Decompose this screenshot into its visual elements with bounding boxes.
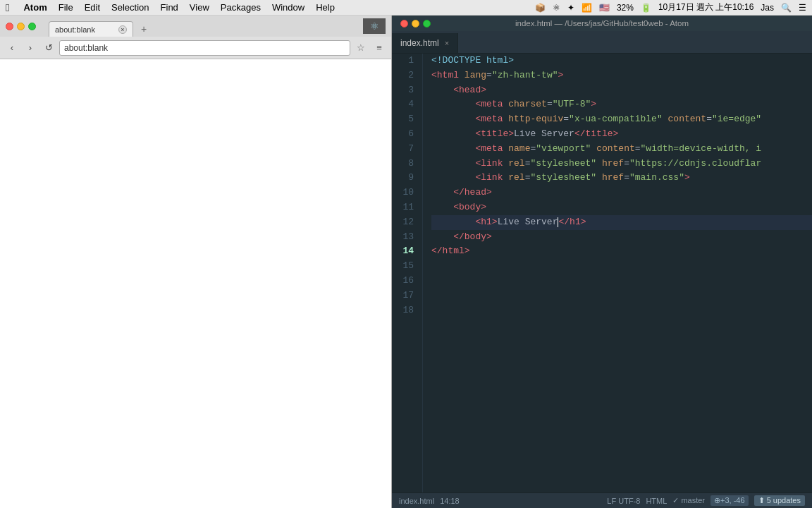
atom-titlebar: index.html — /Users/jas/GitHub/test0web … <box>392 16 812 31</box>
code-area: 1 2 3 4 5 6 7 8 9 10 11 12 13 14 15 16 1 <box>392 54 812 492</box>
search-icon[interactable]: 🔍 <box>781 3 792 13</box>
browser-titlebar: about:blank × + ⚛ <box>0 16 391 37</box>
address-bar[interactable]: about:blank <box>59 40 350 56</box>
line-num-15: 15 <box>392 259 417 274</box>
line-num-5: 5 <box>392 112 417 127</box>
browser-maximize-button[interactable] <box>28 23 36 30</box>
line-num-2: 2 <box>392 68 417 83</box>
battery-icon: 🔋 <box>641 3 651 13</box>
flag-icon: 🇺🇸 <box>599 3 610 13</box>
wifi-icon: 📶 <box>582 3 592 13</box>
atom-minimize-button[interactable] <box>412 20 419 28</box>
browser-minimize-button[interactable] <box>17 23 25 30</box>
line-num-1: 1 <box>392 54 417 68</box>
status-diff[interactable]: ⊕+3, -46 <box>710 495 749 506</box>
refresh-button[interactable]: ↺ <box>41 40 56 56</box>
menu-find[interactable]: Find <box>161 2 178 13</box>
status-position: 14:18 <box>440 497 460 505</box>
menu-window[interactable]: Window <box>272 2 304 13</box>
code-line-11: </head> <box>431 186 812 200</box>
battery-percent: 32% <box>617 3 634 13</box>
forward-button[interactable]: › <box>23 40 38 56</box>
status-syntax[interactable]: HTML <box>646 497 667 505</box>
username: Jas <box>761 3 774 13</box>
code-line-1: <!DOCTYPE html> <box>431 54 812 68</box>
line-num-10: 10 <box>392 186 417 200</box>
code-line-15: </body> <box>431 230 812 245</box>
browser-traffic-lights <box>6 23 36 30</box>
line-num-13: 13 <box>392 230 417 245</box>
editor-content: 1 2 3 4 5 6 7 8 9 10 11 12 13 14 15 16 1 <box>392 54 812 492</box>
dropbox-icon: 📦 <box>535 3 546 13</box>
line-num-17: 17 <box>392 289 417 303</box>
status-right: LF UTF-8 HTML ✓ master ⊕+3, -46 ⬆ 5 upda… <box>607 495 805 506</box>
line-num-6: 6 <box>392 127 417 142</box>
line-num-9: 9 <box>392 171 417 186</box>
code-line-10: <link rel="stylesheet" href="main.css"> <box>431 171 812 186</box>
browser-nav-bar: ‹ › ↺ about:blank ☆ ≡ <box>0 37 391 59</box>
code-line-4: <head> <box>431 83 812 98</box>
atom-window-title: index.html — /Users/jas/GitHub/test0web … <box>515 19 689 28</box>
tab-close-button[interactable]: × <box>118 25 127 34</box>
code-line-7: <title>Live Server</title> <box>431 127 812 142</box>
control-strip-icon[interactable]: ☰ <box>799 3 806 13</box>
back-button[interactable]: ‹ <box>4 40 20 56</box>
apple-menu[interactable]:  <box>6 1 9 13</box>
browser-tab-about-blank[interactable]: about:blank × <box>49 21 133 37</box>
line-num-16: 16 <box>392 274 417 289</box>
tab-close-icon[interactable]: × <box>445 39 449 47</box>
line-num-8: 8 <box>392 157 417 171</box>
menu-edit[interactable]: Edit <box>85 2 100 13</box>
editor-tab-bar: index.html × <box>392 31 812 54</box>
menu-icon[interactable]: ≡ <box>371 40 387 56</box>
code-line-8: <meta name="viewport" content="width=dev… <box>431 142 812 157</box>
tab-filename: index.html <box>400 38 439 48</box>
atom-close-button[interactable] <box>400 20 408 28</box>
browser-panel: about:blank × + ⚛ ‹ › ↺ about:blank ☆ ≡ <box>0 16 392 508</box>
editor-panel: index.html — /Users/jas/GitHub/test0web … <box>392 16 812 508</box>
menu-bar:  Atom File Edit Selection Find View Pac… <box>0 0 812 16</box>
menu-file[interactable]: File <box>59 2 73 13</box>
tab-title: about:blank <box>55 25 95 34</box>
code-line-14: <h1>Live Server</h1> <box>431 215 812 230</box>
status-updates[interactable]: ⬆ 5 updates <box>754 495 805 506</box>
browser-close-button[interactable] <box>6 23 13 30</box>
line-num-3: 3 <box>392 83 417 98</box>
atom-app-icon: ⚛ <box>363 18 386 34</box>
code-line-13: <body> <box>431 200 812 215</box>
line-numbers: 1 2 3 4 5 6 7 8 9 10 11 12 13 14 15 16 1 <box>392 54 423 492</box>
datetime: 10月17日 週六 上午10:16 <box>658 1 753 13</box>
line-num-11: 11 <box>392 200 417 215</box>
atom-maximize-button[interactable] <box>423 20 431 28</box>
updates-label: 5 updates <box>767 496 801 504</box>
diff-label: +3, -46 <box>720 496 745 504</box>
atom-logo: ⚛ <box>553 3 560 13</box>
bluetooth-icon: ✦ <box>567 3 574 13</box>
status-branch[interactable]: ✓ master <box>672 496 705 505</box>
menu-atom[interactable]: Atom <box>23 2 47 13</box>
code-line-5: <meta charset="UTF-8"> <box>431 97 812 112</box>
code-line-6: <meta http-equiv="x-ua-compatible" conte… <box>431 112 812 127</box>
editor-tab-index-html[interactable]: index.html × <box>392 33 458 53</box>
line-num-14: 14 <box>392 244 417 259</box>
address-text: about:blank <box>64 43 108 53</box>
status-filename: index.html <box>399 497 434 505</box>
line-num-7: 7 <box>392 142 417 157</box>
new-tab-button[interactable]: + <box>136 21 152 37</box>
code-line-9: <link rel="stylesheet" href="https://cdn… <box>431 157 812 171</box>
line-num-12: 12 <box>392 215 417 230</box>
menu-packages[interactable]: Packages <box>221 2 261 13</box>
editor-statusbar: index.html 14:18 LF UTF-8 HTML ✓ master … <box>392 492 812 508</box>
line-num-18: 18 <box>392 303 417 318</box>
menu-view[interactable]: View <box>190 2 209 13</box>
browser-content <box>0 59 391 508</box>
code-lines[interactable]: <!DOCTYPE html> <html lang="zh-hant-tw">… <box>423 54 812 492</box>
code-line-17: </html> <box>431 244 812 259</box>
menu-help[interactable]: Help <box>316 2 335 13</box>
status-encoding[interactable]: LF UTF-8 <box>607 497 640 505</box>
bookmark-icon[interactable]: ☆ <box>353 40 369 56</box>
menu-selection[interactable]: Selection <box>111 2 149 13</box>
status-left: index.html 14:18 <box>399 497 460 505</box>
line-num-4: 4 <box>392 97 417 112</box>
code-line-2: <html lang="zh-hant-tw"> <box>431 68 812 83</box>
